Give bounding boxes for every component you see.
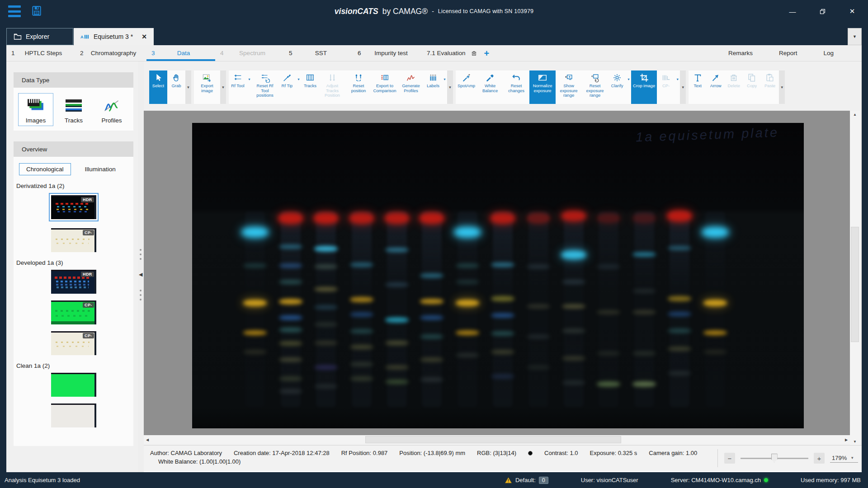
collapse-sidebar-icon[interactable]: ◀ bbox=[139, 272, 142, 277]
toolbar-reset-changes-button[interactable]: Reset changes bbox=[503, 70, 529, 104]
toolbar-overflow-icon[interactable]: ▼ bbox=[220, 70, 226, 104]
toolbar-spotamp-button[interactable]: SpotAmp bbox=[456, 70, 477, 104]
toolbar-labels-button[interactable]: Labels bbox=[424, 70, 442, 104]
tab-explorer[interactable]: Explorer bbox=[6, 28, 73, 45]
step-number[interactable]: 2 bbox=[75, 50, 87, 56]
trash-icon[interactable] bbox=[471, 50, 477, 57]
toolbar-normalize-exposure-button[interactable]: Normalize exposure bbox=[529, 70, 556, 104]
sidebar-splitter[interactable]: ◀ bbox=[138, 61, 144, 472]
data-type-profiles[interactable]: Profiles bbox=[94, 93, 129, 126]
toolbar-dropdown-icon[interactable]: ▼ bbox=[675, 70, 680, 104]
toolbar-export-to-comparison-button[interactable]: Export to Comparison bbox=[372, 70, 398, 104]
tab-spectrum[interactable]: 4Spectrum bbox=[215, 45, 284, 61]
vertical-scroll-thumb[interactable] bbox=[851, 227, 859, 342]
tab-document[interactable]: A Equisetum 3 * ✕ bbox=[74, 28, 154, 45]
tlc-plate-image[interactable]: 1a equisetum plate bbox=[192, 123, 804, 428]
toolbar-dropdown-icon[interactable]: ▼ bbox=[247, 70, 252, 104]
scroll-left-icon[interactable]: ◀ bbox=[144, 435, 151, 444]
toolbar-paste-button[interactable]: Paste bbox=[761, 70, 779, 104]
step-label[interactable]: Impurity test bbox=[364, 50, 424, 56]
horizontal-scrollbar[interactable]: ◀ ▶ bbox=[144, 435, 850, 444]
toolbar-adjust-tracks-position-button[interactable]: Adjust Tracks Position bbox=[319, 70, 345, 104]
toolbar-white-balance-button[interactable]: White Balance bbox=[477, 70, 503, 104]
nav-link-report[interactable]: Report bbox=[779, 50, 797, 56]
scroll-down-icon[interactable]: ▼ bbox=[850, 438, 860, 445]
tab-evaluation[interactable]: 7.1 Evaluation + bbox=[424, 45, 494, 61]
zoom-in-button[interactable]: + bbox=[814, 453, 825, 464]
step-number[interactable]: 5 bbox=[284, 50, 296, 56]
toolbar-copy-button[interactable]: Copy bbox=[743, 70, 761, 104]
toolbar-overflow-icon[interactable]: ▼ bbox=[779, 70, 785, 104]
default-warnings[interactable]: Default: 0 bbox=[505, 477, 548, 484]
zoom-out-button[interactable]: − bbox=[724, 453, 735, 464]
overview-tab-illumination[interactable]: Illumination bbox=[78, 164, 123, 175]
toolbar-rf-tool-button[interactable]: Rf Tool bbox=[229, 70, 247, 104]
tab-sst[interactable]: 5SST bbox=[284, 45, 353, 61]
toolbar-crop-image-button[interactable]: Crop image bbox=[631, 70, 657, 104]
toolbar-dropdown-icon[interactable]: ▼ bbox=[442, 70, 447, 104]
nav-link-log[interactable]: Log bbox=[823, 50, 834, 56]
toolbar-overflow-icon[interactable]: ▼ bbox=[185, 70, 191, 104]
zoom-slider-handle[interactable] bbox=[771, 454, 778, 463]
tab-data[interactable]: 3Data bbox=[146, 45, 215, 61]
toolbar-reset-position-button[interactable]: Reset position bbox=[345, 70, 372, 104]
data-type-images[interactable]: Images bbox=[18, 93, 53, 126]
toolbar-tracks-button[interactable]: Tracks bbox=[301, 70, 319, 104]
restore-button[interactable] bbox=[816, 5, 828, 17]
tab-impurity-test[interactable]: 6Impurity test bbox=[353, 45, 424, 61]
toolbar-clarify-button[interactable]: Clarify bbox=[608, 70, 626, 104]
tab-close-icon[interactable]: ✕ bbox=[142, 33, 147, 40]
image-thumbnail[interactable]: HDR bbox=[49, 270, 99, 294]
image-thumbnail[interactable]: HDR bbox=[49, 193, 99, 221]
tab-hptlc-steps[interactable]: 1HPTLC Steps bbox=[6, 45, 75, 61]
toolbar-overflow-icon[interactable]: ▼ bbox=[447, 70, 453, 104]
scroll-right-icon[interactable]: ▶ bbox=[843, 435, 850, 444]
step-label[interactable]: Data bbox=[158, 50, 215, 56]
toolbar-grab-button[interactable]: Grab bbox=[167, 70, 185, 104]
image-thumbnail[interactable]: CP- bbox=[49, 331, 99, 355]
close-button[interactable]: ✕ bbox=[846, 5, 858, 17]
toolbar-delete-button[interactable]: Delete bbox=[725, 70, 743, 104]
tab-list-dropdown-icon[interactable]: ▼ bbox=[848, 28, 862, 45]
data-type-tracks[interactable]: Tracks bbox=[56, 93, 91, 126]
toolbar-reset-exposure-range-button[interactable]: Reset exposure range bbox=[582, 70, 608, 104]
step-number[interactable]: 3 bbox=[146, 50, 158, 56]
minimize-button[interactable]: — bbox=[787, 5, 798, 17]
plate-handwriting: 1a equisetum plate bbox=[635, 125, 779, 145]
image-viewport[interactable]: 1a equisetum plate bbox=[144, 111, 850, 435]
image-thumbnail[interactable]: CP- bbox=[49, 228, 99, 252]
toolbar-dropdown-icon[interactable]: ▼ bbox=[296, 70, 301, 104]
tab-chromatography[interactable]: 2Chromatography bbox=[75, 45, 146, 61]
add-evaluation-icon[interactable]: + bbox=[482, 49, 491, 58]
toolbar-arrow-button[interactable]: Arrow bbox=[707, 70, 725, 104]
overview-tab-chronological[interactable]: Chronological bbox=[19, 163, 71, 175]
step-label[interactable]: SST bbox=[296, 50, 353, 56]
toolbar-rf-tip-button[interactable]: Rf Tip bbox=[278, 70, 296, 104]
zoom-level-dropdown[interactable]: 179% ▼ bbox=[830, 454, 858, 463]
chromatogram-band bbox=[313, 212, 339, 224]
step-label[interactable]: Chromatography bbox=[87, 50, 146, 56]
step-number[interactable]: 6 bbox=[353, 50, 364, 56]
scroll-up-icon[interactable]: ▲ bbox=[850, 111, 860, 118]
step-label[interactable]: HPTLC Steps bbox=[18, 50, 75, 56]
nav-link-remarks[interactable]: Remarks bbox=[728, 50, 753, 56]
toolbar-cp--button[interactable]: CP- bbox=[657, 70, 675, 104]
image-thumbnail[interactable]: CP- bbox=[49, 300, 99, 324]
image-thumbnail[interactable] bbox=[49, 404, 99, 427]
toolbar-reset-rf-tool-positions-button[interactable]: Reset Rf Tool positions bbox=[252, 70, 278, 104]
image-thumbnail[interactable] bbox=[49, 373, 99, 397]
toolbar-text-button[interactable]: Text bbox=[689, 70, 707, 104]
step-number[interactable]: 1 bbox=[6, 50, 18, 56]
toolbar-dropdown-icon[interactable]: ▼ bbox=[626, 70, 631, 104]
toolbar-export-image-button[interactable]: Export image bbox=[194, 70, 220, 104]
toolbar-overflow-icon[interactable]: ▼ bbox=[680, 70, 686, 104]
vertical-scrollbar[interactable]: ▲ ▼ bbox=[850, 111, 860, 445]
rf-tool-icon bbox=[233, 73, 243, 83]
toolbar-select-button[interactable]: Select bbox=[149, 70, 167, 104]
toolbar-show-exposure-range-button[interactable]: Show exposure range bbox=[556, 70, 582, 104]
zoom-slider[interactable] bbox=[741, 458, 808, 459]
horizontal-scroll-thumb[interactable] bbox=[365, 436, 621, 443]
step-label[interactable]: Spectrum bbox=[227, 50, 284, 56]
step-number[interactable]: 4 bbox=[215, 50, 227, 56]
toolbar-generate-profiles-button[interactable]: Generate Profiles bbox=[398, 70, 424, 104]
